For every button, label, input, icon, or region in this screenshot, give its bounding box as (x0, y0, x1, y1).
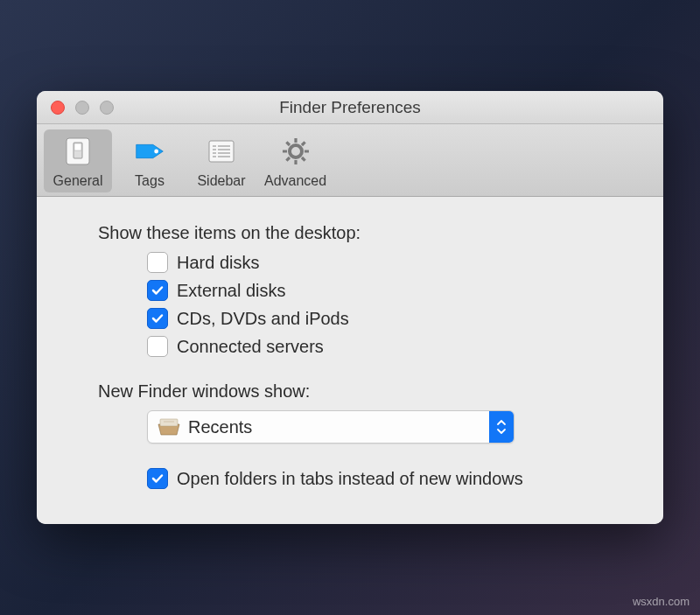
checkbox-row-cds: CDs, DVDs and iPods (147, 308, 602, 329)
tab-label: Tags (135, 173, 164, 189)
checkbox-label: Open folders in tabs instead of new wind… (177, 469, 523, 489)
list-icon (203, 133, 240, 170)
svg-rect-22 (160, 419, 178, 426)
recents-icon (157, 417, 181, 437)
svg-point-3 (154, 150, 158, 154)
new-windows-dropdown-wrap: Recents (98, 410, 602, 444)
checkbox-label: Connected servers (177, 337, 324, 357)
checkbox-row-external-disks: External disks (147, 280, 602, 301)
checkbox-row-hard-disks: Hard disks (147, 252, 602, 273)
tab-label: General (53, 173, 103, 189)
tab-tags[interactable]: Tags (116, 129, 184, 192)
checkbox-connected-servers[interactable] (147, 336, 168, 357)
gear-icon (277, 133, 314, 170)
checkbox-label: Hard disks (177, 253, 259, 273)
checkbox-label: External disks (177, 281, 286, 301)
checkbox-open-in-tabs[interactable] (147, 468, 168, 489)
svg-line-21 (302, 157, 305, 161)
new-windows-label: New Finder windows show: (98, 381, 602, 402)
desktop-items-group: Hard disks External disks CDs, DVDs and … (98, 252, 602, 357)
tab-advanced[interactable]: Advanced (259, 129, 332, 192)
checkbox-cds-dvds-ipods[interactable] (147, 308, 168, 329)
traffic-lights (37, 101, 114, 115)
close-button[interactable] (51, 101, 65, 115)
dropdown-selected-label: Recents (188, 417, 489, 437)
open-in-tabs-row: Open folders in tabs instead of new wind… (98, 468, 602, 489)
toolbar: General Tags (37, 124, 663, 197)
tag-icon (131, 133, 168, 170)
svg-rect-2 (74, 143, 81, 150)
window-title: Finder Preferences (37, 98, 663, 117)
checkbox-hard-disks[interactable] (147, 252, 168, 273)
preferences-window: Finder Preferences General Tags (37, 91, 663, 524)
minimize-button[interactable] (75, 101, 89, 115)
checkbox-label: CDs, DVDs and iPods (177, 309, 349, 329)
titlebar: Finder Preferences (37, 91, 663, 124)
tab-label: Sidebar (197, 173, 245, 189)
tab-general[interactable]: General (44, 129, 112, 192)
maximize-button[interactable] (100, 101, 114, 115)
svg-rect-4 (209, 141, 234, 162)
checkbox-row-servers: Connected servers (147, 336, 602, 357)
watermark: wsxdn.com (633, 595, 690, 608)
svg-line-18 (286, 142, 290, 145)
svg-point-13 (290, 145, 302, 157)
svg-line-19 (302, 142, 305, 145)
desktop-items-label: Show these items on the desktop: (98, 223, 602, 243)
tab-sidebar[interactable]: Sidebar (187, 129, 256, 192)
svg-line-20 (286, 157, 290, 161)
content-pane: Show these items on the desktop: Hard di… (37, 197, 663, 524)
checkbox-external-disks[interactable] (147, 280, 168, 301)
chevron-updown-icon (489, 411, 514, 443)
new-windows-dropdown[interactable]: Recents (147, 410, 514, 444)
switch-icon (60, 133, 96, 170)
tab-label: Advanced (264, 173, 326, 189)
